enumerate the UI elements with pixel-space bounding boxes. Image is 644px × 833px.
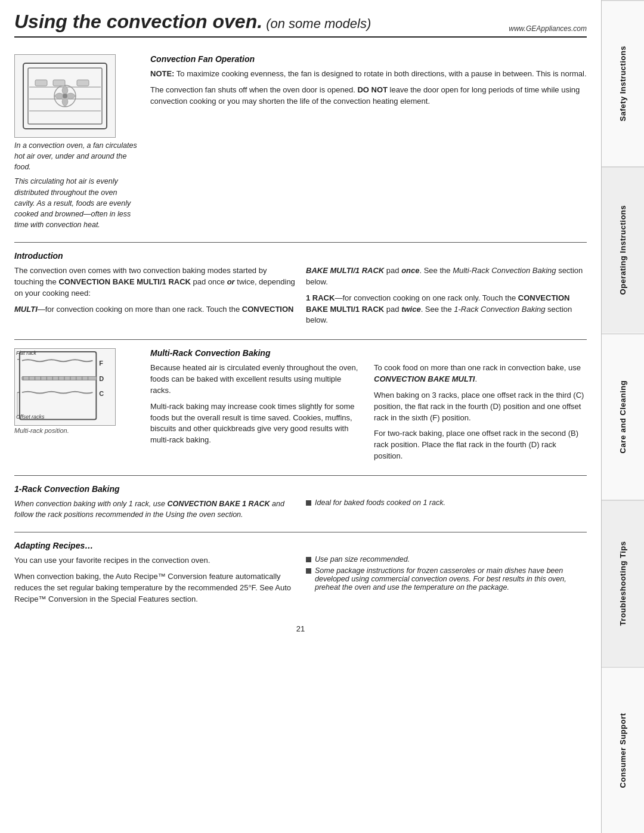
- svg-text:F: F: [99, 360, 103, 367]
- section-adapting: Adapting Recipes… You can use your favor…: [14, 532, 587, 618]
- rack-illustration: F D C: [14, 348, 116, 426]
- section-introduction: Introduction The convection oven comes w…: [14, 243, 587, 340]
- section-1rack: 1-Rack Convection Baking When convection…: [14, 476, 587, 532]
- rack-cols: When convection baking with only 1 rack,…: [14, 498, 587, 524]
- fan-italic2: This circulating hot air is evenly distr…: [14, 176, 140, 230]
- rack-bullet: Ideal for baked foods cooked on 1 rack.: [306, 498, 587, 507]
- intro-right-p2: 1 RACK—for convection cooking on one rac…: [306, 293, 587, 327]
- sidebar-tab-care[interactable]: Care and Cleaning: [602, 333, 644, 500]
- adapting-p1: You can use your favorite recipes in the…: [14, 555, 295, 566]
- svg-text:C: C: [99, 390, 104, 397]
- rack-left: When convection baking with only 1 rack,…: [14, 498, 295, 524]
- svg-text:Offset racks: Offset racks: [16, 414, 45, 420]
- adapting-bullet2: Some package instructions for frozen cas…: [306, 566, 587, 592]
- sidebar: Safety Instructions Operating Instructio…: [601, 0, 644, 833]
- multi-rack-right-p3: For two-rack baking, place one offset ra…: [374, 428, 587, 462]
- bullet-icon-1: [306, 557, 311, 562]
- bullet-icon: [306, 500, 311, 506]
- section-convection-fan: In a convection oven, a fan circulates h…: [14, 46, 587, 243]
- page-header: Using the convection oven. (on some mode…: [14, 11, 587, 38]
- adapting-bullet1: Use pan size recommended.: [306, 555, 587, 563]
- multi-rack-col-left: Because heated air is circulated evenly …: [150, 363, 363, 467]
- svg-rect-9: [77, 80, 89, 86]
- sidebar-tab-safety[interactable]: Safety Instructions: [602, 0, 644, 166]
- page-number: 21: [14, 624, 587, 633]
- sidebar-tab-operating[interactable]: Operating Instructions: [602, 166, 644, 333]
- sidebar-tab-troubleshooting[interactable]: Troubleshooting Tips: [602, 500, 644, 666]
- adapting-left: You can use your favorite recipes in the…: [14, 555, 295, 609]
- intro-right: BAKE MULTI/1 RACK pad once. See the Mult…: [306, 265, 587, 331]
- multi-rack-p1: Because heated air is circulated evenly …: [150, 363, 363, 397]
- intro-multi: MULTI—for convection cooking on more tha…: [14, 304, 295, 315]
- svg-rect-8: [53, 80, 65, 86]
- fan-right-p: The convection fan shuts off when the ov…: [150, 85, 587, 107]
- rack-italic: When convection baking with only 1 rack,…: [14, 498, 295, 520]
- intro-right-p1: BAKE MULTI/1 RACK pad once. See the Mult…: [306, 265, 587, 288]
- adapting-bullet2-text: Some package instructions for frozen cas…: [315, 566, 587, 592]
- multi-rack-left: F D C: [14, 348, 140, 467]
- svg-rect-7: [35, 80, 47, 86]
- intro-title: Introduction: [14, 251, 587, 261]
- adapting-title: Adapting Recipes…: [14, 541, 587, 550]
- rack-caption: Multi-rack position.: [14, 427, 140, 434]
- svg-text:D: D: [99, 375, 104, 382]
- fan-note-text: To maximize cooking evenness, the fan is…: [174, 69, 586, 78]
- main-content: Using the convection oven. (on some mode…: [0, 0, 601, 648]
- multi-rack-right-p2: When baking on 3 racks, place one offset…: [374, 390, 587, 424]
- multi-rack-title: Multi-Rack Convection Baking: [150, 348, 587, 358]
- section-right-fan: Convection Fan Operation NOTE: To maximi…: [150, 54, 587, 234]
- adapting-cols: You can use your favorite recipes in the…: [14, 555, 587, 609]
- multi-rack-cols: Because heated air is circulated evenly …: [150, 363, 587, 467]
- multi-rack-right: Multi-Rack Convection Baking Because hea…: [150, 348, 587, 467]
- svg-text:Flat rack: Flat rack: [16, 350, 37, 356]
- oven-illustration: [14, 54, 116, 138]
- fan-italic1: In a convection oven, a fan circulates h…: [14, 140, 140, 172]
- section-multi-rack: F D C: [14, 340, 587, 476]
- sidebar-tab-consumer[interactable]: Consumer Support: [602, 667, 644, 833]
- adapting-right: Use pan size recommended. Some package i…: [306, 555, 587, 609]
- multi-rack-right-p1: To cook food on more than one rack in co…: [374, 363, 587, 385]
- note-label: NOTE:: [150, 69, 174, 78]
- intro-columns: The convection oven comes with two conve…: [14, 265, 587, 331]
- page-title: Using the convection oven. (on some mode…: [14, 11, 371, 33]
- multi-rack-p2: Multi-rack baking may increase cook time…: [150, 401, 363, 446]
- rack-title: 1-Rack Convection Baking: [14, 484, 587, 494]
- rack-right: Ideal for baked foods cooked on 1 rack.: [306, 498, 587, 524]
- rack-bullet-text: Ideal for baked foods cooked on 1 rack.: [315, 498, 445, 507]
- intro-left: The convection oven comes with two conve…: [14, 265, 295, 331]
- website-url: www.GEAppliances.com: [509, 24, 587, 33]
- intro-p1: The convection oven comes with two conve…: [14, 265, 295, 299]
- svg-point-6: [63, 94, 67, 98]
- multi-rack-col-right: To cook food on more than one rack in co…: [374, 363, 587, 467]
- bullet-icon-2: [306, 568, 311, 574]
- adapting-p2: When convection baking, the Auto Recipe™…: [14, 571, 295, 605]
- svg-rect-14: [22, 376, 97, 380]
- adapting-bullet1-text: Use pan size recommended.: [315, 555, 410, 563]
- fan-note: NOTE: To maximize cooking evenness, the …: [150, 69, 587, 80]
- fan-title: Convection Fan Operation: [150, 54, 587, 64]
- section-left-fan: In a convection oven, a fan circulates h…: [14, 54, 140, 234]
